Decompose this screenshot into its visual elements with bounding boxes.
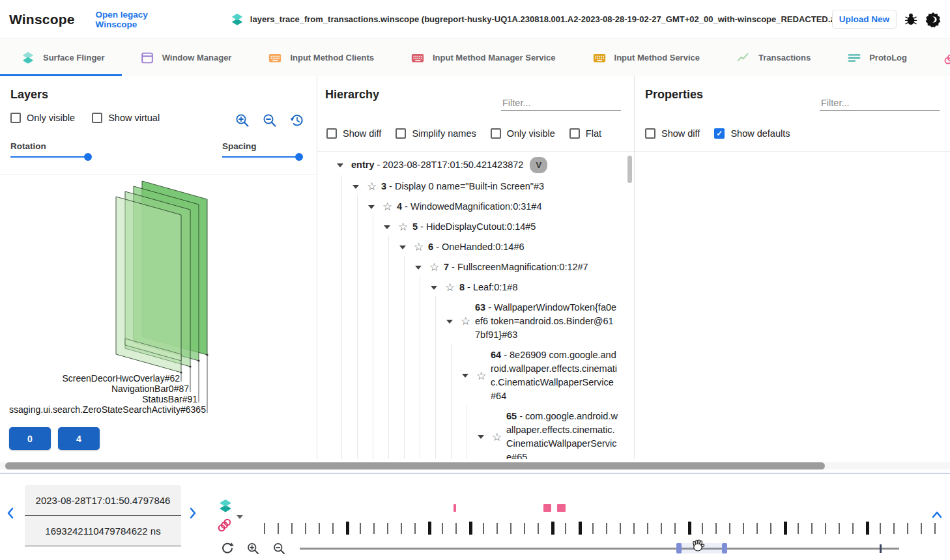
zoom-in-icon[interactable] — [235, 113, 250, 128]
tree-node[interactable]: ☆ 4 - WindowedMagnification:0:31#4 — [317, 197, 634, 217]
tree-node[interactable]: ☆ 5 - HideDisplayCutout:0:14#5 — [317, 217, 634, 237]
checkbox-icon[interactable] — [569, 128, 580, 139]
tree-node[interactable]: ☆ entry - 2023-08-28T17:01:50.421423872 … — [317, 154, 634, 176]
tab-input-method-service[interactable]: Input Method Service — [574, 39, 718, 76]
expand-arrow-icon[interactable] — [399, 245, 411, 249]
timeline-tick[interactable] — [373, 523, 375, 534]
layer-callout-label[interactable]: NavigationBar0#87 — [111, 384, 189, 394]
timeline-tick[interactable] — [360, 523, 361, 534]
expand-arrow-icon[interactable] — [368, 205, 380, 209]
rotation-slider[interactable]: Rotation — [10, 141, 91, 158]
star-icon[interactable]: ☆ — [429, 262, 442, 273]
reset-view-icon[interactable] — [289, 113, 305, 128]
tree-node[interactable]: ☆ 6 - OneHanded:0:14#6 — [317, 237, 634, 257]
timeline-tick[interactable] — [839, 523, 840, 534]
range-slider-right-handle[interactable] — [722, 543, 727, 553]
tree-node[interactable]: ☆ 7 - FullscreenMagnification:0:12#7 — [317, 257, 634, 277]
timeline-tick[interactable] — [934, 523, 936, 534]
rotation-slider-track[interactable] — [10, 156, 91, 158]
rotation-slider-thumb[interactable] — [84, 153, 92, 161]
trace-event-marker[interactable] — [453, 504, 456, 512]
show-defaults-checkbox[interactable]: Show defaults — [714, 128, 790, 139]
only-visible-checkbox[interactable]: Only visible — [10, 113, 75, 123]
tree-node[interactable]: ☆ 65 - com.google.android.wallpaper.effe… — [317, 406, 634, 459]
timeline-tick[interactable] — [633, 523, 635, 534]
checkbox-icon[interactable] — [714, 128, 725, 139]
expand-arrow-icon[interactable] — [384, 225, 396, 229]
star-icon[interactable]: ☆ — [461, 316, 474, 327]
tab-transitions[interactable]: Tra — [925, 39, 950, 76]
checkbox-icon[interactable] — [326, 128, 337, 139]
star-icon[interactable]: ☆ — [476, 371, 489, 382]
timeline-tick[interactable] — [442, 523, 443, 534]
spacing-slider[interactable]: Spacing — [222, 141, 302, 158]
spacing-slider-thumb[interactable] — [295, 153, 303, 161]
properties-filter-input[interactable] — [820, 96, 940, 111]
upload-new-button[interactable]: Upload New — [832, 10, 897, 29]
tab-transactions[interactable]: Transactions — [718, 39, 829, 76]
tab-input-method-clients[interactable]: Input Method Clients — [250, 39, 392, 76]
show-diff-checkbox[interactable]: Show diff — [326, 128, 381, 139]
timeline-tick[interactable] — [264, 523, 265, 534]
timeline-tick[interactable] — [497, 523, 498, 534]
timeline-tick[interactable] — [674, 523, 676, 534]
timeline-tick[interactable] — [606, 523, 607, 534]
timeline-tick[interactable] — [538, 523, 539, 534]
show-virtual-checkbox[interactable]: Show virtual — [92, 113, 160, 123]
timeline-tick[interactable] — [483, 523, 484, 534]
star-icon[interactable]: ☆ — [414, 242, 427, 253]
star-icon[interactable]: ☆ — [398, 221, 411, 232]
checkbox-icon[interactable] — [491, 128, 501, 139]
checkbox-icon[interactable] — [645, 128, 655, 139]
timeline-tick[interactable] — [811, 523, 813, 534]
show-diff-checkbox[interactable]: Show diff — [645, 128, 700, 139]
timeline-tick[interactable] — [510, 523, 511, 534]
expand-arrow-icon[interactable] — [415, 266, 427, 270]
timeline-tick[interactable] — [524, 523, 525, 534]
stack-button-0[interactable]: 0 — [9, 427, 51, 450]
timeline-tick[interactable] — [798, 523, 799, 534]
checkbox-icon[interactable] — [10, 113, 21, 123]
tab-window-manager[interactable]: Window Manager — [122, 39, 250, 76]
star-icon[interactable]: ☆ — [367, 181, 380, 192]
timeline-tick[interactable] — [387, 523, 388, 534]
timeline-tick[interactable] — [893, 523, 895, 534]
timeline-tick[interactable] — [401, 523, 402, 534]
layer-callout-label[interactable]: ScreenDecorHwcOverlay#62 — [62, 373, 180, 384]
star-icon[interactable]: ☆ — [445, 282, 458, 293]
trace-event-marker[interactable] — [557, 504, 566, 512]
hierarchy-filter-input[interactable] — [501, 96, 621, 111]
expand-arrow-icon[interactable] — [446, 320, 458, 324]
spacing-slider-track[interactable] — [222, 156, 302, 158]
timeline-tick[interactable] — [319, 523, 320, 534]
timeline-tick[interactable] — [647, 523, 648, 534]
expand-arrow-icon[interactable] — [337, 163, 349, 167]
timeline-tick[interactable] — [702, 523, 703, 534]
tree-node[interactable]: ☆ 63 - WallpaperWindowToken{fa0eef6 toke… — [317, 298, 634, 345]
timeline-tick[interactable] — [579, 522, 582, 535]
simplify-names-checkbox[interactable]: Simplify names — [396, 128, 476, 139]
expand-arrow-icon[interactable] — [478, 435, 489, 439]
only-visible-checkbox[interactable]: Only visible — [491, 128, 555, 139]
tree-node[interactable]: ☆ 8 - Leaf:0:1#8 — [317, 277, 634, 298]
timeline-tick[interactable] — [278, 523, 279, 534]
timeline-tick[interactable] — [921, 523, 922, 534]
timeline-tick[interactable] — [866, 522, 869, 535]
layer-callout-label[interactable]: ssaging.ui.search.ZeroStateSearchActivit… — [9, 404, 206, 415]
timeline-tick[interactable] — [414, 523, 416, 534]
checkbox-icon[interactable] — [396, 128, 406, 139]
timeline-tick[interactable] — [784, 522, 787, 535]
timeline-tick[interactable] — [688, 522, 691, 535]
timeline-tick[interactable] — [592, 523, 594, 534]
timeline-tick[interactable] — [715, 523, 717, 534]
timeline-tick[interactable] — [455, 523, 457, 534]
timeline-tick[interactable] — [852, 523, 854, 534]
timeline-tick[interactable] — [756, 523, 758, 534]
timeline-tick[interactable] — [729, 523, 730, 534]
timeline-tick[interactable] — [332, 523, 334, 534]
timeline-tick[interactable] — [880, 523, 881, 534]
timeline-tick[interactable] — [620, 523, 621, 534]
timeline-tick[interactable] — [291, 523, 293, 534]
tab-input-method-manager-service[interactable]: Input Method Manager Service — [392, 39, 574, 76]
dark-mode-icon[interactable] — [925, 12, 941, 27]
